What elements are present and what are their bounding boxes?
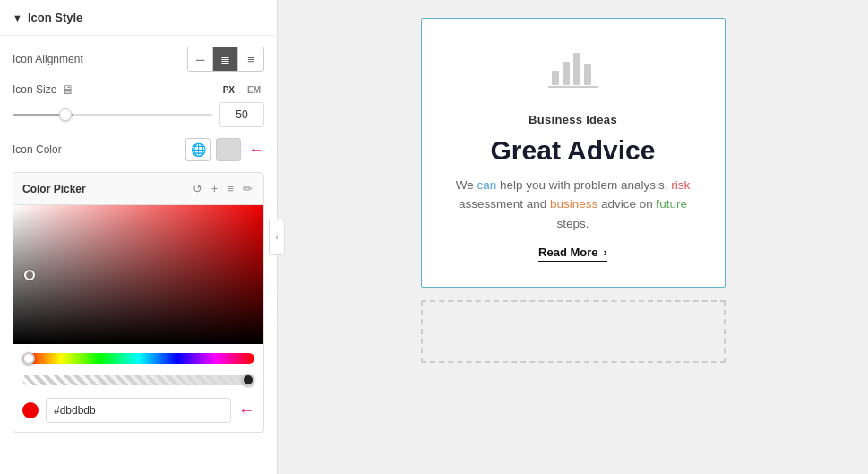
hex-row: ← <box>13 394 263 432</box>
hex-input[interactable] <box>46 398 231 423</box>
chevron-down-icon: ▼ <box>13 13 22 23</box>
placeholder-card <box>421 300 726 363</box>
unit-px-button[interactable]: PX <box>219 83 238 97</box>
color-picker-title: Color Picker <box>22 183 86 195</box>
hue-slider[interactable] <box>22 353 254 364</box>
svg-rect-3 <box>584 64 591 85</box>
card-bar-chart-icon <box>548 46 598 99</box>
svg-rect-1 <box>563 62 570 85</box>
monitor-icon: 🖥 <box>62 82 74 97</box>
icon-alignment-label: Icon Alignment <box>13 53 83 65</box>
color-gradient[interactable] <box>13 205 263 344</box>
icon-size-label: Icon Size <box>13 83 56 96</box>
unit-em-button[interactable]: EM <box>244 83 264 97</box>
panel-body: Icon Alignment ─ ≣ ≡ Icon Size 🖥 PX EM <box>0 36 277 444</box>
alpha-slider-wrap <box>13 371 263 394</box>
eyedropper-button[interactable]: ✏ <box>241 180 254 197</box>
icon-size-row: Icon Size 🖥 PX EM <box>13 82 264 127</box>
color-swatch[interactable] <box>216 138 241 161</box>
collapse-toggle-button[interactable]: ‹ <box>269 220 285 255</box>
desc-business: business <box>550 197 597 211</box>
section-header[interactable]: ▼ Icon Style <box>0 0 277 36</box>
read-more-label: Read More <box>538 246 597 259</box>
add-button[interactable]: + <box>210 180 220 197</box>
left-panel: ▼ Icon Style Icon Alignment ─ ≣ ≡ Icon S… <box>0 0 278 474</box>
hex-color-dot <box>22 402 39 418</box>
chevron-right-icon: › <box>604 246 607 259</box>
section-title: Icon Style <box>28 11 82 24</box>
size-label-group: Icon Size 🖥 <box>13 82 74 97</box>
icon-alignment-row: Icon Alignment ─ ≣ ≡ <box>13 47 264 72</box>
alignment-buttons: ─ ≣ ≡ <box>187 47 264 72</box>
card-title: Great Advice <box>491 135 656 167</box>
align-left-button[interactable]: ─ <box>188 47 213 71</box>
icon-color-label: Icon Color <box>13 143 62 156</box>
arrow-indicator-icon: ← <box>248 141 264 159</box>
read-more-button[interactable]: Read More › <box>538 246 607 262</box>
size-top: Icon Size 🖥 PX EM <box>13 82 264 97</box>
alpha-slider[interactable] <box>22 375 254 385</box>
card-description: We can help you with problem analysis, r… <box>449 176 698 234</box>
desc-future: future <box>657 197 688 211</box>
gradient-thumb[interactable] <box>24 270 35 280</box>
hue-slider-wrap <box>13 344 263 371</box>
content-card: Business Ideas Great Advice We can help … <box>421 18 726 288</box>
color-picker: Color Picker ↺ + ≡ ✏ ← <box>13 172 264 433</box>
color-picker-header: Color Picker ↺ + ≡ ✏ <box>13 173 263 205</box>
color-picker-actions: ↺ + ≡ ✏ <box>191 180 254 197</box>
desc-can: can <box>477 178 496 192</box>
slider-row <box>13 102 264 127</box>
svg-rect-2 <box>573 53 580 85</box>
align-right-button[interactable]: ≡ <box>238 47 263 71</box>
card-subtitle: Business Ideas <box>529 113 617 126</box>
icon-color-row: Icon Color 🌐 ← <box>13 138 264 161</box>
reset-button[interactable]: ↺ <box>191 180 204 197</box>
svg-rect-0 <box>552 71 559 85</box>
icon-size-input[interactable] <box>219 102 264 127</box>
align-center-button[interactable]: ≣ <box>213 47 238 71</box>
desc-risk: risk <box>671 178 690 192</box>
right-area: Business Ideas Great Advice We can help … <box>278 0 868 474</box>
list-button[interactable]: ≡ <box>225 180 236 197</box>
icon-size-slider[interactable] <box>13 114 212 116</box>
unit-buttons: PX EM <box>219 83 264 97</box>
hex-arrow-icon: ← <box>238 401 254 420</box>
color-swatches: 🌐 <box>185 138 241 161</box>
global-color-button[interactable]: 🌐 <box>185 138 211 161</box>
